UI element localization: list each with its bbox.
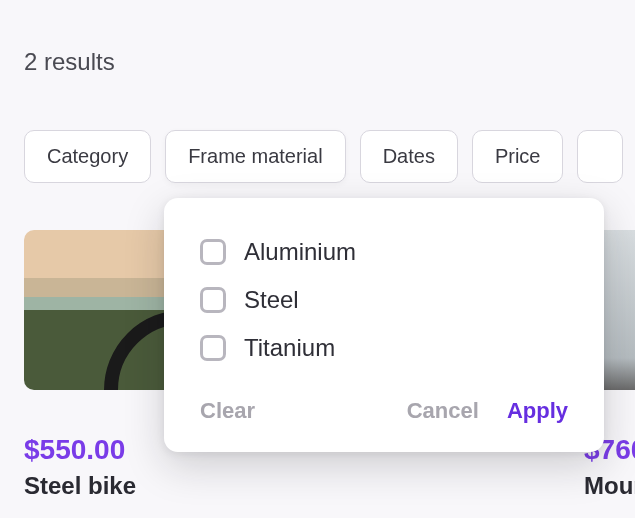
- filter-chip-dates[interactable]: Dates: [360, 130, 458, 183]
- checkbox-icon[interactable]: [200, 239, 226, 265]
- apply-button[interactable]: Apply: [507, 398, 568, 424]
- filter-chip-overflow[interactable]: [577, 130, 623, 183]
- filters-row: Category Frame material Dates Price: [24, 130, 623, 183]
- filter-chip-category[interactable]: Category: [24, 130, 151, 183]
- product-title: Mour: [584, 472, 635, 500]
- popover-actions: Clear Cancel Apply: [200, 398, 568, 424]
- product-title: Steel bike: [24, 472, 564, 500]
- clear-button[interactable]: Clear: [200, 398, 255, 424]
- filter-option-label: Steel: [244, 286, 299, 314]
- checkbox-icon[interactable]: [200, 287, 226, 313]
- filter-chip-frame-material[interactable]: Frame material: [165, 130, 345, 183]
- checkbox-icon[interactable]: [200, 335, 226, 361]
- filter-option-label: Titanium: [244, 334, 335, 362]
- filter-option-steel[interactable]: Steel: [200, 276, 568, 324]
- filter-option-label: Aluminium: [244, 238, 356, 266]
- results-count: 2 results: [24, 48, 115, 76]
- filter-chip-price[interactable]: Price: [472, 130, 564, 183]
- filter-option-aluminium[interactable]: Aluminium: [200, 228, 568, 276]
- cancel-button[interactable]: Cancel: [407, 398, 479, 424]
- frame-material-popover: Aluminium Steel Titanium Clear Cancel Ap…: [164, 198, 604, 452]
- filter-option-titanium[interactable]: Titanium: [200, 324, 568, 372]
